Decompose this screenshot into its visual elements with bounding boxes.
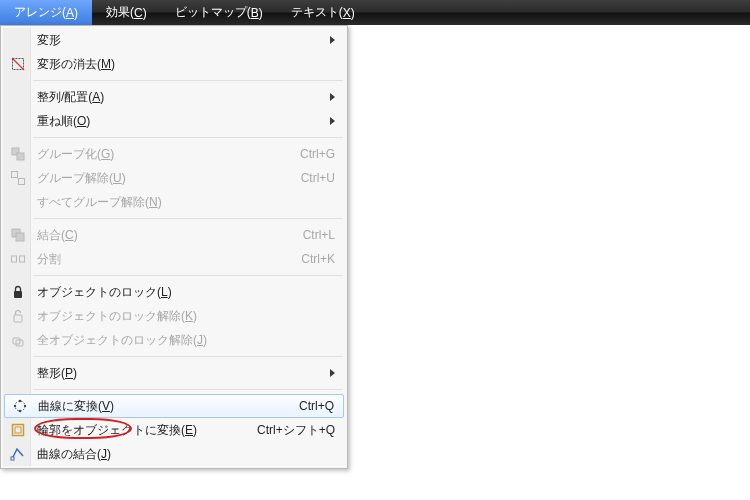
menu-separator	[33, 137, 343, 138]
lock-icon	[9, 283, 27, 301]
group-icon	[9, 145, 27, 163]
svg-rect-7	[16, 233, 24, 241]
menu-item-shortcut: Ctrl+U	[301, 171, 335, 185]
svg-rect-19	[13, 425, 24, 436]
menu-item-lock[interactable]: オブジェクトのロック(L)	[3, 280, 345, 304]
submenu-arrow-icon	[330, 36, 335, 44]
menu-item-group: グループ化(G)Ctrl+G	[3, 142, 345, 166]
menu-item-label: 曲線に変換(V)	[38, 398, 283, 415]
menu-item-label: 変形の消去(M)	[37, 56, 335, 73]
menu-item-unlock: オブジェクトのロック解除(K)	[3, 304, 345, 328]
menu-item-shortcut: Ctrl+Q	[299, 399, 334, 413]
svg-rect-20	[15, 427, 21, 433]
menu-item-join-curves[interactable]: 曲線の結合(J)	[3, 442, 345, 466]
menu-item-label: すべてグループ解除(N)	[37, 194, 335, 211]
svg-point-15	[19, 400, 21, 402]
menu-item-shortcut: Ctrl+L	[303, 228, 335, 242]
svg-rect-10	[14, 291, 22, 298]
unlock-all-icon	[9, 331, 27, 349]
menu-item-label: 変形	[37, 32, 330, 49]
clear-transform-icon	[9, 55, 27, 73]
svg-rect-9	[20, 256, 25, 262]
svg-point-18	[14, 405, 16, 407]
menubar: アレンジ(A)効果(C)ビットマップ(B)テキスト(X)	[0, 0, 750, 25]
menu-item-break: 分割Ctrl+K	[3, 247, 345, 271]
menu-item-ungroup-all: すべてグループ解除(N)	[3, 190, 345, 214]
menu-item-shortcut: Ctrl+G	[300, 147, 335, 161]
menu-item-label: 曲線の結合(J)	[37, 446, 335, 463]
menu-item-label: 重ね順(O)	[37, 113, 330, 130]
menu-item-shortcut: Ctrl+K	[301, 252, 335, 266]
to-curves-icon	[11, 397, 29, 415]
menu-separator	[33, 356, 343, 357]
menu-item-label: 整列/配置(A)	[37, 89, 330, 106]
menu-separator	[33, 218, 343, 219]
menu-item-label: 輪郭をオブジェクトに変換(E)	[37, 422, 241, 439]
menubar-item-x[interactable]: テキスト(X)	[277, 0, 369, 25]
menu-item-shortcut: Ctrl+シフト+Q	[257, 422, 335, 439]
svg-rect-5	[19, 179, 25, 185]
svg-point-14	[15, 401, 25, 411]
arrange-menu: 変形変形の消去(M)整列/配置(A)重ね順(O)グループ化(G)Ctrl+Gグル…	[0, 25, 348, 469]
menu-item-label: 全オブジェクトのロック解除(J)	[37, 332, 335, 349]
svg-rect-3	[17, 153, 24, 160]
menu-item-to-curves[interactable]: 曲線に変換(V)Ctrl+Q	[4, 394, 344, 418]
menu-item-label: オブジェクトのロック(L)	[37, 284, 335, 301]
ungroup-icon	[9, 169, 27, 187]
menu-item-ungroup: グループ解除(U)Ctrl+U	[3, 166, 345, 190]
menu-item-label: 結合(C)	[37, 227, 287, 244]
join-curves-icon	[9, 445, 27, 463]
combine-icon	[9, 226, 27, 244]
menu-item-label: グループ解除(U)	[37, 170, 285, 187]
menu-separator	[33, 80, 343, 81]
svg-line-1	[12, 58, 24, 70]
menubar-item-b[interactable]: ビットマップ(B)	[161, 0, 277, 25]
menu-item-order[interactable]: 重ね順(O)	[3, 109, 345, 133]
menu-item-label: 分割	[37, 251, 285, 268]
unlock-icon	[9, 307, 27, 325]
menubar-item-a[interactable]: アレンジ(A)	[0, 0, 92, 25]
menu-item-unlock-all: 全オブジェクトのロック解除(J)	[3, 328, 345, 352]
menu-item-outline-to-object[interactable]: 輪郭をオブジェクトに変換(E)Ctrl+シフト+Q	[3, 418, 345, 442]
svg-rect-11	[14, 315, 22, 322]
submenu-arrow-icon	[330, 93, 335, 101]
outline-object-icon	[9, 421, 27, 439]
menu-item-transform[interactable]: 変形	[3, 28, 345, 52]
svg-rect-8	[12, 256, 17, 262]
svg-point-16	[24, 405, 26, 407]
menu-item-shaping[interactable]: 整形(P)	[3, 361, 345, 385]
submenu-arrow-icon	[330, 369, 335, 377]
svg-point-17	[19, 410, 21, 412]
svg-rect-21	[11, 457, 14, 460]
menu-item-label: グループ化(G)	[37, 146, 284, 163]
menu-item-label: オブジェクトのロック解除(K)	[37, 308, 335, 325]
menu-separator	[33, 389, 343, 390]
svg-rect-4	[12, 172, 18, 178]
menu-item-label: 整形(P)	[37, 365, 330, 382]
submenu-arrow-icon	[330, 117, 335, 125]
menu-item-clear-transform[interactable]: 変形の消去(M)	[3, 52, 345, 76]
menu-separator	[33, 275, 343, 276]
menu-item-combine: 結合(C)Ctrl+L	[3, 223, 345, 247]
break-icon	[9, 250, 27, 268]
menu-item-align[interactable]: 整列/配置(A)	[3, 85, 345, 109]
menubar-item-c[interactable]: 効果(C)	[92, 0, 161, 25]
